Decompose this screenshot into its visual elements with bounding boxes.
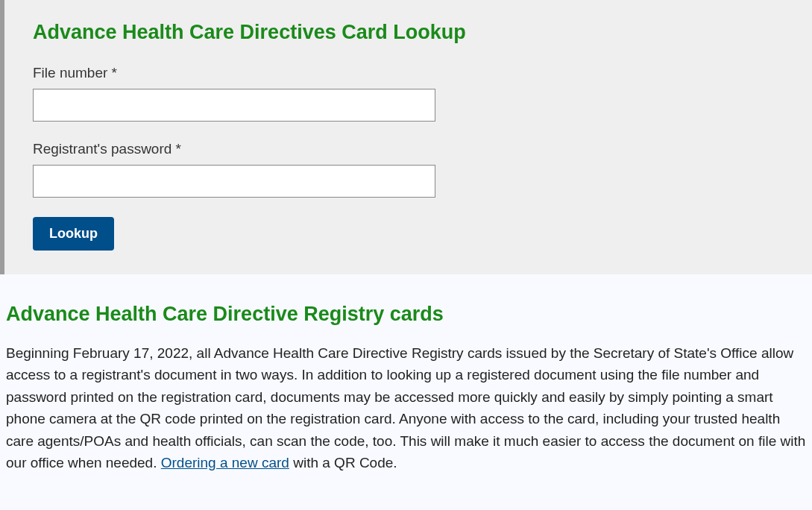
paragraph-text-post: with a QR Code. [289,455,397,470]
paragraph-text-pre: Beginning February 17, 2022, all Advance… [6,345,805,470]
file-number-input[interactable] [33,89,435,122]
ordering-new-card-link[interactable]: Ordering a new card [161,455,289,470]
lookup-title: Advance Health Care Directives Card Look… [33,21,784,44]
file-number-label: File number * [33,65,784,81]
password-input[interactable] [33,165,435,198]
file-number-group: File number * [33,65,784,122]
password-label: Registrant's password * [33,141,784,157]
content-paragraph: Beginning February 17, 2022, all Advance… [6,342,806,474]
content-title: Advance Health Care Directive Registry c… [6,303,806,326]
lookup-panel: Advance Health Care Directives Card Look… [0,0,812,274]
lookup-button[interactable]: Lookup [33,217,114,251]
content-section: Advance Health Care Directive Registry c… [0,297,812,497]
password-group: Registrant's password * [33,141,784,198]
